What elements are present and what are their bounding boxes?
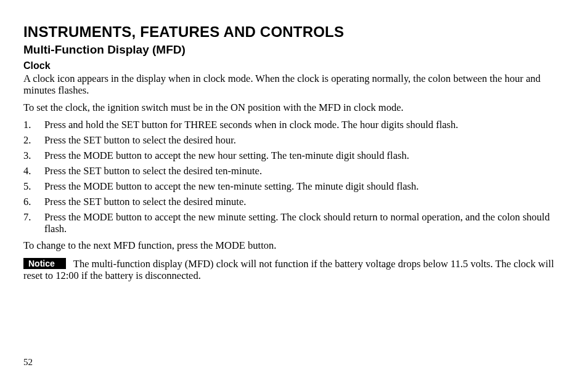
step-item: Press the MODE button to accept the new …: [23, 181, 565, 193]
notice-text: The multi-function display (MFD) clock w…: [23, 258, 554, 281]
outro-paragraph: To change to the next MFD function, pres…: [23, 240, 565, 252]
subsection-heading: Clock: [23, 60, 565, 71]
notice-paragraph: NoticeThe multi-function display (MFD) c…: [23, 258, 565, 282]
steps-list: Press and hold the SET button for THREE …: [23, 119, 565, 235]
step-item: Press the MODE button to accept the new …: [23, 150, 565, 162]
step-item: Press the SET button to select the desir…: [23, 166, 565, 177]
section-heading: Multi-Function Display (MFD): [23, 43, 565, 57]
step-item: Press the SET button to select the desir…: [23, 196, 565, 208]
step-item: Press and hold the SET button for THREE …: [23, 119, 565, 131]
notice-badge: Notice: [23, 258, 66, 270]
chapter-heading: INSTRUMENTS, FEATURES AND CONTROLS: [23, 23, 565, 41]
intro-paragraph-1: A clock icon appears in the display when…: [23, 73, 565, 97]
page-number: 52: [23, 357, 33, 368]
step-item: Press the MODE button to accept the new …: [23, 212, 565, 235]
step-item: Press the SET button to select the desir…: [23, 135, 565, 147]
intro-paragraph-2: To set the clock, the ignition switch mu…: [23, 102, 565, 114]
